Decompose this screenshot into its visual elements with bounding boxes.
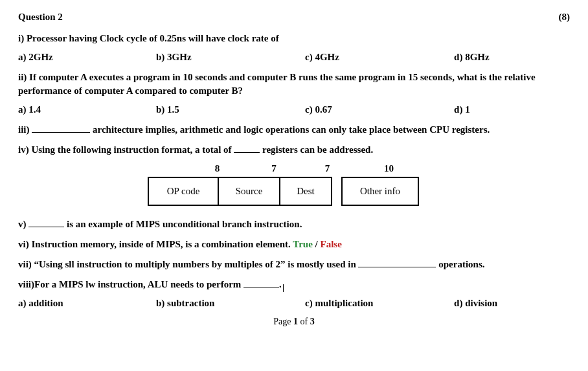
q1-option-d: d) 8GHz [454,52,570,63]
q2-option-c: c) 0.67 [305,104,454,115]
bit-width-3: 7 [300,163,355,174]
footer-page-prefix: Page [273,317,293,326]
question-title: Question 2 [18,12,63,23]
bit-widths-row: 8 7 7 10 [167,163,570,174]
footer-page-suffix: of [298,317,310,326]
field-dest: Dest [280,177,332,206]
field-other: Other info [341,177,419,206]
question-marks: (8) [559,12,571,23]
text-cursor-icon [282,281,282,290]
q1-text: i) Processor having Clock cycle of 0.25n… [18,32,570,45]
question-header: Question 2 (8) [18,12,570,23]
q3-rest: architecture implies, arithmetic and log… [93,124,490,135]
q7-prefix: vii) “Using sll instruction to multiply … [18,259,358,269]
q6-prefix: vi) Instruction memory, inside of MIPS, … [18,239,293,249]
field-opcode: OP code [148,177,219,206]
q2-option-d: d) 1 [454,104,570,115]
q1-options: a) 2GHz b) 3GHz c) 4GHz d) 8GHz [18,52,570,63]
q6-true: True [293,239,313,249]
q6-line: vi) Instruction memory, inside of MIPS, … [18,238,570,251]
q7-line: vii) “Using sll instruction to multiply … [18,258,570,271]
q5-rest: is an example of MIPS unconditional bran… [67,219,302,229]
q8-option-b: b) subtraction [156,298,305,309]
instruction-format-diagram: OP code Source Dest Other info [148,177,570,206]
q3-blank[interactable] [32,123,90,133]
q3-line: iii) architecture implies, arithmetic an… [18,123,570,137]
q8-option-c: c) multiplication [305,298,454,309]
q2-text: ii) If computer A executes a program in … [18,71,570,98]
q2-options: a) 1.4 b) 1.5 c) 0.67 d) 1 [18,104,570,115]
q1-option-a: a) 2GHz [18,52,156,63]
q4-blank[interactable] [234,143,260,153]
field-source: Source [219,177,280,206]
q6-slash: / [315,239,321,249]
q8-option-a: a) addition [18,298,156,309]
q8-options: a) addition b) subtraction c) multiplica… [18,298,570,309]
q7-suffix: operations. [438,259,484,269]
q8-prefix: viii)For a MIPS lw instruction, ALU need… [18,279,243,289]
q3-prefix: iii) [18,124,30,135]
bit-width-4: 10 [355,163,423,174]
q2-option-b: b) 1.5 [156,104,305,115]
footer-page-num: 1 [293,317,298,326]
q8-option-d: d) division [454,298,570,309]
footer-page-total: 3 [310,317,315,326]
q4-suffix: registers can be addressed. [262,144,373,155]
bit-width-2: 7 [248,163,300,174]
q6-false: False [321,239,342,249]
q4-line: iv) Using the following instruction form… [18,143,570,157]
q8-blank[interactable] [243,278,279,287]
q1-option-c: c) 4GHz [305,52,454,63]
q1-option-b: b) 3GHz [156,52,305,63]
q5-line: v) is an example of MIPS unconditional b… [18,218,570,231]
q4-prefix: iv) Using the following instruction form… [18,144,234,155]
q8-line: viii)For a MIPS lw instruction, ALU need… [18,278,570,291]
q5-prefix: v) [18,219,27,229]
q7-blank[interactable] [358,258,436,267]
page-footer: Page 1 of 3 [18,317,570,327]
bit-width-1: 8 [187,163,248,174]
q5-blank[interactable] [28,218,64,227]
q2-option-a: a) 1.4 [18,104,156,115]
